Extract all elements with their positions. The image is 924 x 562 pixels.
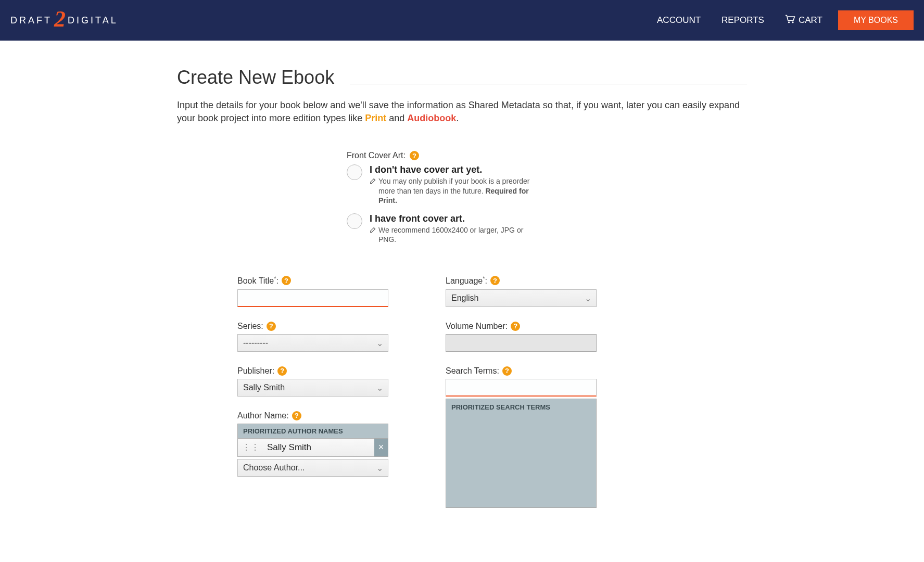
author-chip-name: Sally Smith xyxy=(264,439,374,456)
intro-text: Input the details for your book below an… xyxy=(177,99,747,125)
prioritized-authors-header: PRIORITIZED AUTHOR NAMES xyxy=(237,424,388,438)
cart-icon xyxy=(785,15,795,27)
form-col-left: Book Title*: ? Series: ? --------- ⌄ Pub… xyxy=(237,275,388,507)
coverart-opt1-desc: You may only publish if your book is a p… xyxy=(370,176,536,205)
help-icon[interactable]: ? xyxy=(292,411,301,420)
page-title: Create New Ebook xyxy=(177,67,350,88)
intro-audiobook-link[interactable]: Audiobook xyxy=(407,113,456,123)
logo-2-icon: 2 xyxy=(54,8,66,31)
help-icon[interactable]: ? xyxy=(282,276,291,285)
help-icon[interactable]: ? xyxy=(410,151,419,160)
nav-cart[interactable]: CART xyxy=(785,15,822,27)
author-label-row: Author Name: ? xyxy=(237,411,388,420)
coverart-opt2-desc: We recommend 1600x2400 or larger, JPG or… xyxy=(370,225,536,244)
help-icon[interactable]: ? xyxy=(502,366,512,376)
language-label: Language xyxy=(446,277,483,286)
nav-cart-label: CART xyxy=(799,15,822,25)
book-title-label-row: Book Title*: ? xyxy=(237,275,388,286)
language-select[interactable]: English ⌄ xyxy=(446,289,597,307)
logo-text-left: DRAFT xyxy=(10,15,52,26)
field-author-name: Author Name: ? PRIORITIZED AUTHOR NAMES … xyxy=(237,411,388,477)
title-divider xyxy=(350,84,747,84)
nav-reports[interactable]: REPORTS xyxy=(722,15,764,25)
pencil-icon xyxy=(370,176,376,186)
book-title-input[interactable] xyxy=(237,289,388,307)
prioritized-search-terms-header: PRIORITIZED SEARCH TERMS xyxy=(446,399,596,415)
publisher-label: Publisher: xyxy=(237,366,274,376)
series-label-row: Series: ? xyxy=(237,322,388,331)
publisher-select-display[interactable]: Sally Smith xyxy=(237,379,388,397)
field-book-title: Book Title*: ? xyxy=(237,275,388,306)
field-search-terms: Search Terms: ? xyxy=(446,366,597,397)
cover-art-label-row: Front Cover Art: ? xyxy=(347,151,747,160)
author-chip[interactable]: ⋮⋮ Sally Smith × xyxy=(237,438,388,457)
remove-author-button[interactable]: × xyxy=(374,439,388,456)
cover-art-section: Front Cover Art: ? I don't have cover ar… xyxy=(347,151,747,244)
search-terms-label-row: Search Terms: ? xyxy=(446,366,597,376)
field-publisher: Publisher: ? Sally Smith ⌄ xyxy=(237,366,388,397)
search-terms-label: Search Terms: xyxy=(446,366,499,376)
intro-and: and xyxy=(386,113,407,123)
main-content: Create New Ebook Input the details for y… xyxy=(167,41,757,534)
language-select-display[interactable]: English xyxy=(446,289,597,307)
search-terms-input[interactable] xyxy=(446,379,597,397)
help-icon[interactable]: ? xyxy=(267,322,276,331)
radio-icon[interactable] xyxy=(347,213,362,229)
coverart-opt2-text: I have front cover art. We recommend 160… xyxy=(370,213,536,244)
coverart-option-no-art[interactable]: I don't have cover art yet. You may only… xyxy=(347,164,747,205)
help-icon[interactable]: ? xyxy=(511,322,520,331)
nav-account[interactable]: ACCOUNT xyxy=(657,15,701,25)
required-asterisk: * xyxy=(483,275,485,282)
help-icon[interactable]: ? xyxy=(277,366,287,376)
logo-text-right: DIGITAL xyxy=(68,15,118,26)
volume-label-row: Volume Number: ? xyxy=(446,322,597,331)
coverart-opt1-title: I don't have cover art yet. xyxy=(370,164,536,175)
language-label-row: Language*: ? xyxy=(446,275,597,286)
page-title-row: Create New Ebook xyxy=(177,67,747,88)
publisher-select[interactable]: Sally Smith ⌄ xyxy=(237,379,388,397)
coverart-option-have-art[interactable]: I have front cover art. We recommend 160… xyxy=(347,213,747,244)
help-icon[interactable]: ? xyxy=(490,276,500,285)
form-col-right: Language*: ? English ⌄ Volume Number: ? … xyxy=(446,275,597,507)
book-title-label: Book Title xyxy=(237,277,274,286)
my-books-button[interactable]: MY BOOKS xyxy=(838,10,914,30)
field-series: Series: ? --------- ⌄ xyxy=(237,322,388,352)
series-select[interactable]: --------- ⌄ xyxy=(237,334,388,352)
drag-handle-icon[interactable]: ⋮⋮ xyxy=(238,443,264,452)
svg-point-1 xyxy=(792,21,793,23)
volume-label: Volume Number: xyxy=(446,322,508,331)
field-volume-number: Volume Number: ? xyxy=(446,322,597,352)
series-label: Series: xyxy=(237,322,263,331)
intro-print-link[interactable]: Print xyxy=(365,113,386,123)
intro-after: . xyxy=(456,113,459,123)
field-language: Language*: ? English ⌄ xyxy=(446,275,597,306)
radio-icon[interactable] xyxy=(347,164,362,180)
primary-nav: ACCOUNT REPORTS CART MY BOOKS xyxy=(657,10,914,30)
coverart-opt2-title: I have front cover art. xyxy=(370,213,536,224)
required-asterisk: * xyxy=(274,275,276,282)
form-columns: Book Title*: ? Series: ? --------- ⌄ Pub… xyxy=(177,275,747,507)
series-select-display[interactable]: --------- xyxy=(237,334,388,352)
brand-logo[interactable]: DRAFT 2 DIGITAL xyxy=(10,9,118,32)
app-header: DRAFT 2 DIGITAL ACCOUNT REPORTS CART MY … xyxy=(0,0,924,41)
pencil-icon xyxy=(370,225,376,235)
choose-author-display[interactable]: Choose Author... xyxy=(237,459,388,477)
svg-point-0 xyxy=(788,21,790,23)
choose-author-select[interactable]: Choose Author... ⌄ xyxy=(237,459,388,477)
prioritized-search-terms-box: PRIORITIZED SEARCH TERMS xyxy=(446,399,597,508)
coverart-opt1-text: I don't have cover art yet. You may only… xyxy=(370,164,536,205)
publisher-label-row: Publisher: ? xyxy=(237,366,388,376)
volume-number-input[interactable] xyxy=(446,334,597,352)
cover-art-label: Front Cover Art: xyxy=(347,151,406,160)
author-label: Author Name: xyxy=(237,411,289,420)
coverart-opt2-desc-text: We recommend 1600x2400 or larger, JPG or… xyxy=(378,225,536,244)
